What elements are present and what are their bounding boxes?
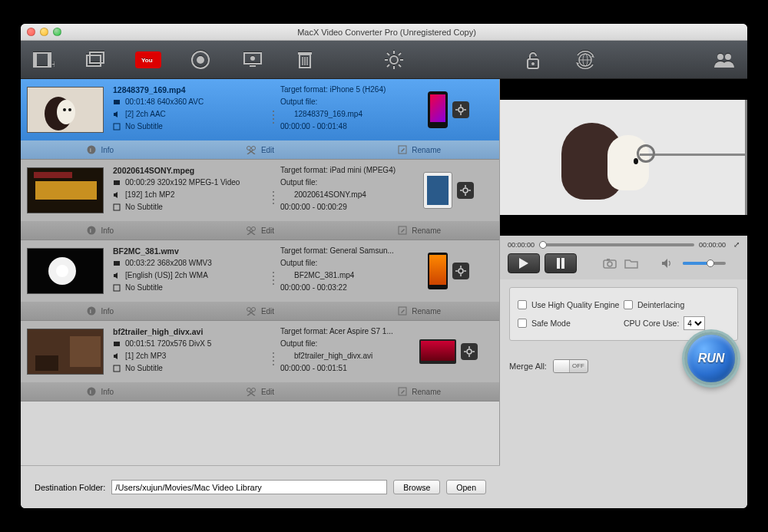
edit-action[interactable]: Edit: [180, 387, 340, 396]
play-button[interactable]: [508, 253, 540, 273]
open-button[interactable]: Open: [446, 480, 486, 494]
output-file-label: Output file:: [280, 257, 412, 269]
preview-frame: [500, 100, 747, 215]
deinterlace-checkbox[interactable]: [624, 300, 633, 309]
svg-text:You: You: [141, 57, 153, 64]
output-file-name: BF2MC_381.mp4: [280, 269, 412, 282]
info-action[interactable]: iInfo: [21, 387, 180, 396]
edit-action[interactable]: Edit: [180, 145, 340, 154]
info-action[interactable]: iInfo: [21, 306, 180, 316]
svg-point-104: [247, 388, 250, 392]
volume-slider[interactable]: [683, 262, 726, 265]
safe-mode-label: Safe Mode: [531, 319, 571, 328]
screen-record-icon[interactable]: [237, 47, 268, 73]
svg-rect-96: [114, 365, 120, 372]
item-settings-button[interactable]: [452, 263, 469, 279]
settings-icon[interactable]: [379, 47, 409, 73]
add-photo-icon[interactable]: [81, 47, 111, 73]
svg-marker-41: [114, 111, 118, 117]
svg-rect-42: [114, 124, 120, 130]
svg-rect-92: [70, 336, 101, 367]
rename-action[interactable]: Rename: [339, 306, 499, 316]
svg-marker-115: [662, 259, 667, 268]
svg-rect-13: [298, 52, 312, 55]
info-action[interactable]: iInfo: [21, 145, 180, 154]
video-thumbnail: [27, 329, 104, 375]
window-title: MacX Video Converter Pro (Unregistered C…: [32, 28, 741, 37]
file-item[interactable]: BF2MC_381.wmv 00:03:22 368x208 WMV3 [Eng…: [21, 240, 499, 321]
item-settings-button[interactable]: [457, 182, 474, 199]
svg-line-22: [387, 53, 389, 55]
edit-action[interactable]: Edit: [180, 306, 340, 316]
file-list: 12848379_169.mp4 00:01:48 640x360 AVC [2…: [21, 79, 500, 465]
svg-rect-78: [114, 285, 120, 291]
svg-rect-40: [114, 100, 120, 104]
target-format: Target format: Acer Aspire S7 1...: [280, 325, 412, 338]
audio-info: [192] 1ch MP2: [125, 189, 174, 201]
rename-action[interactable]: Rename: [339, 145, 499, 154]
cpu-core-select[interactable]: 4: [684, 316, 705, 330]
destination-bar: Destination Folder: Browse Open: [21, 465, 500, 508]
target-device-icon: [428, 253, 448, 289]
output-file-name: 12848379_169.mp4: [280, 108, 412, 121]
destination-path-input[interactable]: [111, 480, 387, 494]
update-globe-icon[interactable]: [570, 47, 601, 73]
seek-slider[interactable]: [539, 243, 694, 246]
merge-toggle[interactable]: OFF: [553, 359, 588, 373]
file-name: bf2trailer_high_divx.avi: [113, 325, 270, 338]
svg-point-11: [250, 56, 255, 61]
about-icon[interactable]: [709, 47, 740, 73]
video-thumbnail: [27, 167, 104, 213]
info-action[interactable]: iInfo: [21, 226, 180, 235]
player-panel: 00:00:00 00:00:00 ⤢: [500, 236, 747, 279]
svg-point-69: [251, 227, 255, 231]
svg-point-66: [88, 226, 96, 235]
add-video-icon[interactable]: +: [28, 47, 59, 73]
youtube-icon[interactable]: You: [133, 47, 164, 73]
deinterlace-label: Deinterlacing: [637, 300, 684, 309]
item-settings-button[interactable]: [452, 101, 469, 118]
svg-point-43: [458, 107, 463, 112]
file-item[interactable]: bf2trailer_high_divx.avi 00:01:51 720x57…: [21, 321, 499, 401]
edit-action[interactable]: Edit: [180, 226, 340, 235]
svg-rect-110: [557, 258, 560, 269]
destination-label: Destination Folder:: [35, 483, 105, 492]
hq-engine-checkbox[interactable]: [518, 300, 527, 309]
target-device-icon: [423, 172, 452, 209]
svg-rect-58: [114, 180, 120, 185]
app-window: MacX Video Converter Pro (Unregistered C…: [21, 24, 747, 508]
svg-marker-32: [576, 62, 579, 65]
item-settings-button[interactable]: [461, 343, 478, 360]
file-name: 12848379_169.mp4: [113, 84, 270, 96]
cpu-core-label: CPU Core Use:: [624, 319, 679, 328]
time-range: 00:00:00 - 00:01:48: [280, 121, 412, 133]
video-codec-info: 00:00:29 320x192 MPEG-1 Video: [125, 177, 240, 189]
svg-point-97: [467, 349, 472, 354]
svg-point-87: [251, 308, 255, 312]
file-item[interactable]: 12848379_169.mp4 00:01:48 640x360 AVC [2…: [21, 79, 499, 160]
svg-marker-77: [114, 273, 118, 279]
svg-marker-31: [591, 55, 594, 58]
file-item[interactable]: 20020614SONY.mpeg 00:00:29 320x192 MPEG-…: [21, 160, 499, 240]
safe-mode-checkbox[interactable]: [518, 319, 527, 328]
unlock-icon[interactable]: [518, 47, 548, 73]
open-folder-icon[interactable]: [623, 256, 640, 271]
svg-text:+: +: [51, 58, 55, 69]
video-codec-info: 00:01:51 720x576 DivX 5: [125, 338, 211, 350]
camera-record-icon[interactable]: [185, 47, 216, 73]
trash-icon[interactable]: [290, 47, 320, 73]
svg-point-33: [717, 54, 723, 60]
video-codec-info: 00:01:48 640x360 AVC: [125, 96, 204, 108]
rename-action[interactable]: Rename: [339, 387, 499, 396]
snapshot-icon[interactable]: [601, 256, 618, 271]
volume-icon[interactable]: [658, 256, 675, 271]
target-format: Target format: iPhone 5 (H264): [280, 84, 412, 96]
browse-button[interactable]: Browse: [393, 480, 440, 494]
rename-action[interactable]: Rename: [339, 226, 499, 235]
fullscreen-icon[interactable]: ⤢: [733, 240, 740, 249]
time-range: 00:00:00 - 00:03:22: [280, 282, 412, 294]
svg-point-34: [725, 54, 731, 60]
run-button[interactable]: RUN: [684, 332, 738, 385]
pause-button[interactable]: [545, 253, 577, 273]
svg-point-102: [88, 388, 96, 396]
